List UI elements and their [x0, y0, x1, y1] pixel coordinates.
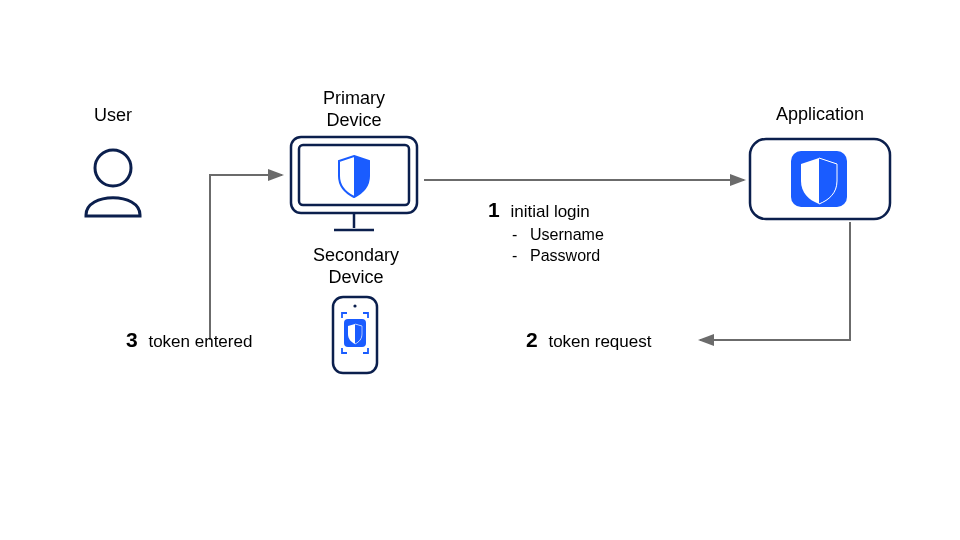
secondary-device-label: Secondary Device — [306, 245, 406, 288]
step2-label: 2 token request — [526, 326, 651, 353]
step3-label: 3 token entered — [126, 326, 252, 353]
user-label: User — [78, 105, 148, 127]
arrow-token-request — [700, 222, 850, 340]
user-icon — [86, 150, 140, 216]
mfa-flow-diagram — [0, 0, 960, 540]
application-label: Application — [770, 104, 870, 126]
svg-point-6 — [353, 304, 356, 307]
arrow-token-entered — [210, 175, 282, 340]
step1-label: 1 initial login Username Password — [488, 196, 604, 267]
primary-device-icon — [291, 137, 417, 230]
primary-device-label: Primary Device — [312, 88, 396, 131]
step1-items: Username Password — [512, 225, 604, 267]
secondary-device-icon — [333, 297, 377, 373]
svg-point-0 — [95, 150, 131, 186]
application-icon — [750, 139, 890, 219]
